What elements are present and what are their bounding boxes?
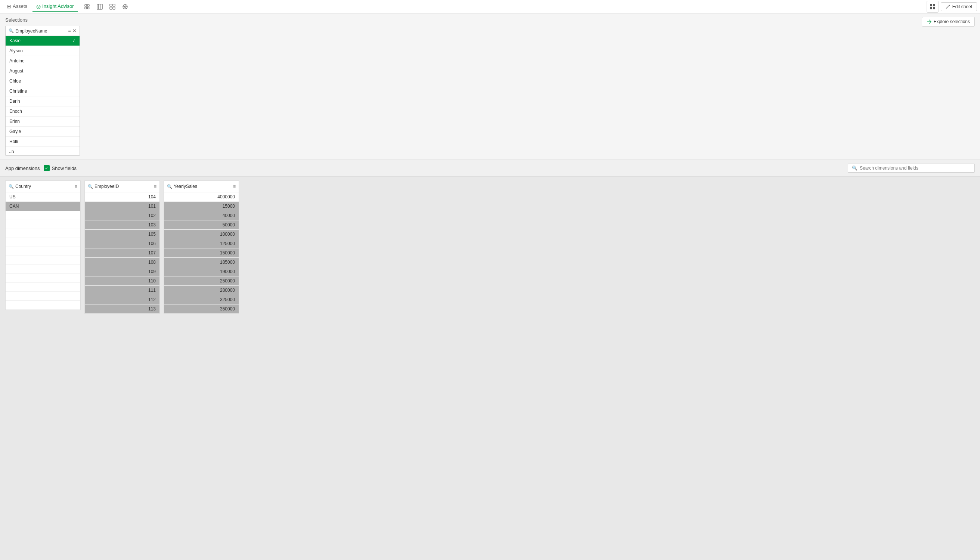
dim-card-menu[interactable]: ≡	[154, 184, 156, 189]
svg-rect-4	[97, 4, 102, 9]
dim-card-item[interactable]: 102	[85, 211, 160, 220]
dim-card-item[interactable]: 103	[85, 220, 160, 230]
app-dimensions-area: App dimensions ✓ Show fields 🔍	[0, 160, 980, 177]
svg-rect-7	[110, 4, 112, 7]
dim-card-item[interactable]	[6, 265, 80, 274]
dim-card-item[interactable]: 113	[85, 305, 160, 314]
filter-item[interactable]: Kasie✓	[6, 36, 80, 46]
svg-rect-1	[87, 5, 89, 7]
tab-insight-advisor[interactable]: ◎ Insight Advisor	[33, 2, 78, 12]
tab-assets[interactable]: ⊞ Assets	[3, 2, 31, 12]
dim-card-item[interactable]: 15000	[164, 202, 239, 211]
app-dimensions-title: App dimensions	[5, 165, 40, 171]
dim-search-icon: 🔍	[8, 184, 14, 189]
filter-item[interactable]: Alyson	[6, 46, 80, 56]
tool-btn-4[interactable]	[120, 2, 130, 12]
svg-point-3	[87, 7, 89, 9]
insight-icon: ◎	[36, 3, 41, 9]
dim-card-item[interactable]: 190000	[164, 267, 239, 277]
svg-rect-17	[930, 4, 932, 7]
dim-card-item[interactable]: 108	[85, 258, 160, 267]
main-content: Selections Explore selections 🔍 Employee…	[0, 13, 980, 560]
dim-card-item[interactable]	[6, 211, 80, 220]
dimension-cards: 🔍 Country ≡ USCAN 🔍 EmployeeID ≡ 1041011…	[0, 177, 980, 560]
tool-btn-2[interactable]	[95, 2, 105, 12]
insight-tab-label: Insight Advisor	[42, 3, 74, 9]
top-bar: ⊞ Assets ◎ Insight Advisor	[0, 0, 980, 13]
dim-card-item[interactable]: 350000	[164, 305, 239, 314]
dim-card-item[interactable]: 111	[85, 286, 160, 295]
dim-card-item[interactable]: 280000	[164, 286, 239, 295]
dim-card-item[interactable]	[6, 247, 80, 256]
dim-search-icon: 🔍	[88, 184, 93, 189]
dim-card-item[interactable]: 125000	[164, 239, 239, 248]
filter-item[interactable]: Gayle	[6, 127, 80, 137]
dim-card-item[interactable]	[6, 274, 80, 283]
dim-search-icon: 🔍	[167, 184, 172, 189]
svg-rect-20	[933, 7, 935, 9]
filter-item[interactable]: Chloe	[6, 76, 80, 86]
filter-item[interactable]: Christine	[6, 86, 80, 97]
dimension-card: 🔍 Country ≡ USCAN	[5, 180, 81, 310]
filter-item[interactable]: Erinn	[6, 117, 80, 127]
dim-card-top-value[interactable]: 104	[85, 192, 160, 202]
dim-card-menu[interactable]: ≡	[75, 184, 77, 189]
filter-clear-icon[interactable]: ✕	[72, 28, 77, 33]
grid-view-btn[interactable]	[927, 1, 938, 13]
dim-card-item[interactable]: 250000	[164, 277, 239, 286]
dim-card-item[interactable]: 50000	[164, 220, 239, 230]
search-dimensions-input[interactable]	[860, 165, 971, 171]
filter-item[interactable]: Ja	[6, 147, 80, 155]
dim-card-item[interactable]	[6, 229, 80, 238]
svg-rect-10	[113, 7, 115, 9]
tool-btn-1[interactable]	[82, 2, 92, 12]
edit-sheet-button[interactable]: Edit sheet	[941, 2, 977, 11]
dim-card-item[interactable]	[6, 256, 80, 265]
dim-card-item[interactable]: 325000	[164, 295, 239, 305]
dim-card-header: 🔍 YearlySales ≡	[164, 181, 239, 192]
selections-area: Selections Explore selections 🔍 Employee…	[0, 13, 980, 160]
show-fields-toggle[interactable]: ✓ Show fields	[44, 165, 77, 171]
dim-card-item[interactable]: 150000	[164, 248, 239, 258]
dim-card-item[interactable]	[6, 283, 80, 292]
filter-item[interactable]: Holli	[6, 137, 80, 147]
filter-item[interactable]: August	[6, 66, 80, 76]
dim-card-item[interactable]: 110	[85, 277, 160, 286]
svg-rect-18	[933, 4, 935, 7]
dimension-card: 🔍 EmployeeID ≡ 1041011021031051061071081…	[85, 180, 160, 314]
dim-card-top-value[interactable]: 4000000	[164, 192, 239, 202]
dim-card-item[interactable]: 109	[85, 267, 160, 277]
show-fields-checkbox[interactable]: ✓	[44, 165, 50, 171]
filter-item[interactable]: Darin	[6, 97, 80, 107]
svg-rect-19	[930, 7, 932, 9]
dim-card-item[interactable]: 106	[85, 239, 160, 248]
dim-card-item[interactable]	[6, 238, 80, 247]
search-dim-icon: 🔍	[852, 165, 857, 171]
filter-list-icon[interactable]: ≡	[68, 28, 71, 33]
dim-card-item[interactable]: CAN	[6, 202, 80, 211]
svg-rect-2	[85, 7, 87, 9]
dim-card-item[interactable]: 112	[85, 295, 160, 305]
tool-btn-3[interactable]	[108, 2, 117, 12]
dim-card-item[interactable]	[6, 301, 80, 310]
explore-selections-button[interactable]: Explore selections	[922, 17, 975, 27]
dim-card-item[interactable]: 100000	[164, 230, 239, 239]
dim-card-item[interactable]: 185000	[164, 258, 239, 267]
svg-rect-0	[85, 5, 87, 7]
dim-card-item[interactable]	[6, 292, 80, 301]
explore-selections-label: Explore selections	[934, 19, 970, 24]
dim-card-menu[interactable]: ≡	[233, 184, 236, 189]
dim-card-item[interactable]: 101	[85, 202, 160, 211]
filter-item[interactable]: Enoch	[6, 107, 80, 117]
filter-item[interactable]: Antoine	[6, 56, 80, 66]
dim-card-item[interactable]	[6, 220, 80, 229]
dim-card-item[interactable]: US	[6, 192, 80, 202]
top-bar-right: Edit sheet	[927, 1, 977, 13]
show-fields-label: Show fields	[52, 165, 77, 171]
edit-sheet-label: Edit sheet	[952, 4, 972, 9]
dim-card-item[interactable]: 40000	[164, 211, 239, 220]
dim-card-item[interactable]: 105	[85, 230, 160, 239]
dim-card-item[interactable]: 107	[85, 248, 160, 258]
filter-box-title: EmployeeName	[15, 28, 67, 33]
search-dimensions-box[interactable]: 🔍	[848, 163, 975, 173]
